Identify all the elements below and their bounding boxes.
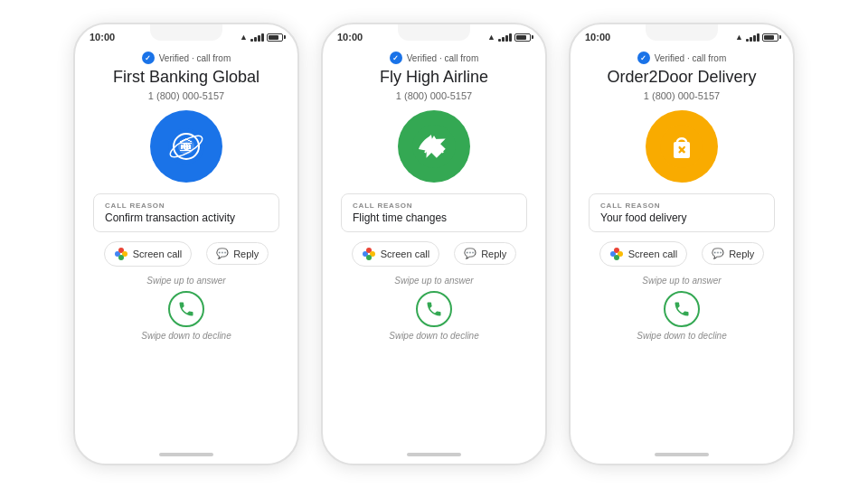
phone-content-2: Verified · call from Fly High Airline 1 …	[323, 46, 545, 453]
home-bar-2	[407, 453, 461, 456]
swipe-down-text-3: Swipe down to decline	[637, 331, 727, 341]
airplane-icon	[411, 124, 457, 169]
phone-2-wrapper: 10:00 ▲ Verified · call from Fly High	[321, 23, 547, 465]
status-time-3: 10:00	[585, 32, 610, 42]
verified-text-1: Verified · call from	[159, 53, 231, 63]
screen-call-button-3[interactable]: Screen call	[599, 241, 687, 267]
phone-notch-2	[398, 24, 470, 41]
verified-row-2: Verified · call from	[390, 52, 478, 64]
caller-number-2: 1 (800) 000-5157	[396, 90, 472, 101]
reply-button-2[interactable]: 💬 Reply	[454, 242, 516, 265]
reply-label-3: Reply	[729, 249, 754, 259]
phone-content-1: Verified · call from First Banking Globa…	[75, 46, 297, 453]
phone-2: 10:00 ▲ Verified · call from Fly High	[321, 23, 547, 465]
swipe-up-text-1: Swipe up to answer	[146, 276, 225, 286]
verified-row-3: Verified · call from	[637, 52, 726, 64]
answer-button-2[interactable]	[416, 291, 452, 327]
call-reason-text-3: Your food delivery	[600, 211, 763, 224]
phone-answer-icon-3	[673, 300, 691, 318]
caller-icon-3: ✕	[646, 110, 718, 183]
reply-button-1[interactable]: 💬 Reply	[206, 242, 269, 265]
reply-icon-1: 💬	[216, 248, 229, 259]
signal-bars-2	[498, 33, 512, 42]
verified-badge-1	[142, 52, 155, 64]
food-icon: ✕	[659, 124, 704, 169]
swipe-up-text-3: Swipe up to answer	[642, 276, 721, 286]
caller-number-3: 1 (800) 000-5157	[644, 90, 720, 101]
battery-2	[514, 33, 531, 42]
phone-1-wrapper: 10:00 ▲ Verified · call from First Ban	[73, 23, 299, 465]
home-bar-3	[655, 453, 709, 456]
verified-row-1: Verified · call from	[142, 52, 231, 64]
bar4	[261, 33, 264, 42]
answer-button-1[interactable]	[168, 291, 204, 327]
caller-name-2: Fly High Airline	[380, 68, 488, 88]
phone-content-3: Verified · call from Order2Door Delivery…	[571, 46, 793, 453]
bar3	[258, 35, 260, 42]
reply-icon-3: 💬	[712, 248, 724, 259]
call-reason-label-3: CALL REASON	[600, 202, 763, 210]
caller-number-1: 1 (800) 000-5157	[148, 90, 224, 101]
reply-icon-2: 💬	[464, 248, 476, 259]
caller-icon-1: 🏛 ⊕	[150, 110, 222, 183]
svg-point-23	[614, 255, 619, 260]
reply-label-1: Reply	[233, 249, 259, 259]
caller-name-1: First Banking Global	[113, 68, 259, 88]
phone-answer-icon-1	[177, 300, 195, 318]
action-buttons-3: Screen call 💬 Reply	[599, 241, 765, 267]
call-reason-text-1: Confirm transaction activity	[105, 211, 268, 224]
phone-1: 10:00 ▲ Verified · call from First Ban	[73, 23, 299, 465]
reply-button-3[interactable]: 💬 Reply	[702, 242, 764, 265]
status-icons-3: ▲	[735, 33, 778, 42]
svg-point-14	[366, 255, 372, 260]
status-icons-1: ▲	[240, 33, 283, 42]
svg-point-9	[118, 255, 124, 260]
phone-answer-icon-2	[425, 300, 443, 318]
screen-call-label-2: Screen call	[381, 249, 429, 259]
answer-button-3[interactable]	[664, 291, 700, 327]
phone-notch-1	[150, 24, 222, 41]
battery-fill-1	[269, 35, 278, 40]
phone-3: 10:00 ▲ Verified · call from Order2Doo	[569, 23, 795, 465]
call-reason-label-2: CALL REASON	[353, 202, 515, 210]
swipe-down-text-1: Swipe down to decline	[141, 331, 231, 341]
verified-text-3: Verified · call from	[655, 53, 726, 63]
svg-text:⊕: ⊕	[182, 140, 191, 153]
home-bar-1	[159, 453, 213, 456]
battery-1	[267, 33, 283, 42]
battery-3	[762, 33, 778, 42]
call-reason-box-3: CALL REASON Your food delivery	[589, 193, 775, 232]
screen-call-button-1[interactable]: Screen call	[104, 241, 192, 267]
wifi-icon-2: ▲	[487, 33, 495, 42]
verified-badge-3	[637, 52, 650, 64]
status-time-2: 10:00	[337, 32, 363, 42]
phone-notch-3	[646, 24, 718, 41]
google-assistant-icon-3	[609, 247, 624, 261]
screen-call-button-2[interactable]: Screen call	[352, 241, 439, 267]
swipe-up-text-2: Swipe up to answer	[394, 276, 473, 286]
caller-name-3: Order2Door Delivery	[607, 68, 756, 88]
action-buttons-1: Screen call 💬 Reply	[104, 241, 269, 267]
google-assistant-icon-2	[362, 247, 376, 261]
verified-text-2: Verified · call from	[407, 53, 478, 63]
signal-bars-3	[746, 33, 760, 42]
phone-3-wrapper: 10:00 ▲ Verified · call from Order2Doo	[569, 23, 795, 465]
bar1	[250, 39, 253, 42]
status-icons-2: ▲	[487, 33, 531, 42]
bar2	[254, 37, 257, 42]
reply-label-2: Reply	[481, 249, 506, 259]
call-reason-box-2: CALL REASON Flight time changes	[341, 193, 527, 232]
status-time-1: 10:00	[90, 32, 115, 42]
caller-icon-2	[398, 110, 470, 183]
wifi-icon-1: ▲	[240, 33, 248, 42]
screen-call-label-3: Screen call	[628, 249, 677, 259]
screen-call-label-1: Screen call	[133, 249, 182, 259]
action-buttons-2: Screen call 💬 Reply	[352, 241, 517, 267]
bank-icon: 🏛 ⊕	[166, 127, 206, 166]
google-assistant-icon-1	[114, 247, 128, 261]
call-reason-label-1: CALL REASON	[105, 202, 268, 210]
swipe-down-text-2: Swipe down to decline	[389, 331, 479, 341]
verified-badge-2	[390, 52, 402, 64]
call-reason-box-1: CALL REASON Confirm transaction activity	[93, 193, 279, 232]
call-reason-text-2: Flight time changes	[353, 211, 515, 224]
